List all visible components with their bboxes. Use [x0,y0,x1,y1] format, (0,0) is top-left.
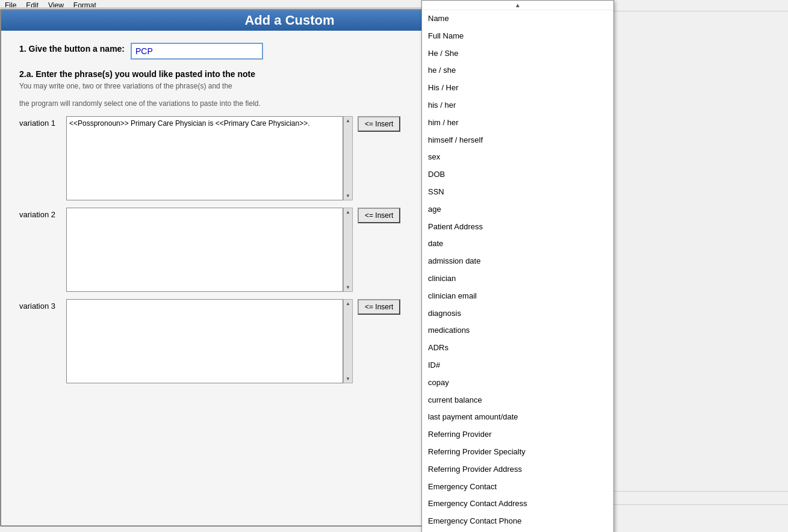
dropdown-item[interactable]: Name [422,10,613,28]
dropdown-item[interactable]: Referring Provider Address [422,461,613,478]
dropdown-item[interactable]: copay [422,374,613,392]
dropdown-item[interactable]: clinician [422,270,613,288]
dropdown-item[interactable]: Patient Address [422,218,613,236]
dropdown-item[interactable]: sex [422,149,613,166]
dropdown-item[interactable]: DOB [422,166,613,184]
variation1-inner: <<Posspronoun>> Primary Care Physician i… [66,116,353,200]
scroll-up-arrow-2[interactable]: ▲ [344,208,352,216]
variation3-label: variation 3 [19,299,61,311]
dropdown-item[interactable]: his / her [422,97,613,114]
insert-button-3[interactable]: <= Insert [358,299,400,315]
dropdown-item[interactable]: Emergency Contact Phone [422,513,613,530]
dropdown-item[interactable]: last payment amount/date [422,409,613,426]
dropdown-item[interactable]: clinician email [422,288,613,305]
dropdown-item[interactable]: him / her [422,114,613,132]
variation3-scrollbar[interactable]: ▲ ▼ [343,299,353,383]
variation1-label: variation 1 [19,116,61,128]
dropdown-scroll-up[interactable]: ▲ [422,1,613,10]
dropdown-item[interactable]: SSN [422,184,613,201]
insert-button-2[interactable]: <= Insert [358,208,400,223]
dropdown-list: NameFull NameHe / Shehe / sheHis / Herhi… [422,10,613,532]
dropdown-item[interactable]: He / She [422,45,613,63]
insert-button-1[interactable]: <= Insert [358,116,400,132]
variation2-scrollbar[interactable]: ▲ ▼ [343,208,353,292]
dropdown-item[interactable]: Emergency Contact [422,478,613,496]
scroll-up-arrow-3[interactable]: ▲ [344,300,352,308]
variation2-label: variation 2 [19,208,61,219]
variation1-textarea[interactable]: <<Posspronoun>> Primary Care Physician i… [66,116,343,200]
variation3-container: ▲ ▼ [66,299,353,383]
dropdown-item[interactable]: age [422,201,613,218]
variation1-scrollbar[interactable]: ▲ ▼ [343,116,353,200]
scroll-down-arrow-3[interactable]: ▼ [344,375,352,383]
dropdown-item[interactable]: admission date [422,253,613,270]
dropdown-item[interactable]: ADRs [422,339,613,357]
dropdown-item[interactable]: Emergency Contact Address [422,495,613,513]
variation2-textarea[interactable] [66,208,343,292]
dropdown-item[interactable]: Full Name [422,28,613,45]
dropdown-item[interactable]: he / she [422,62,613,79]
variation3-textarea[interactable] [66,299,343,383]
scroll-down-arrow-2[interactable]: ▼ [344,283,352,291]
dropdown-item[interactable]: current balance [422,392,613,409]
dropdown-item[interactable]: ID# [422,357,613,374]
dropdown-item[interactable]: medications [422,322,613,339]
step1-label: 1. Give the button a name: [19,44,125,54]
dropdown-item[interactable]: diagnosis [422,305,613,323]
dropdown-popup: ▲ NameFull NameHe / Shehe / sheHis / Her… [421,0,614,532]
variation2-container: ▲ ▼ [66,208,353,292]
scroll-down-arrow-1[interactable]: ▼ [344,192,352,200]
dropdown-item[interactable]: His / Her [422,79,613,97]
dropdown-item[interactable]: Referring Provider Specialty [422,444,613,461]
dropdown-item[interactable]: himself / herself [422,132,613,149]
variation1-container: <<Posspronoun>> Primary Care Physician i… [66,116,353,200]
dropdown-item[interactable]: date [422,235,613,253]
scroll-up-arrow-1[interactable]: ▲ [344,117,352,125]
dropdown-item[interactable]: Referring Provider [422,426,613,444]
button-name-input[interactable] [131,43,263,60]
